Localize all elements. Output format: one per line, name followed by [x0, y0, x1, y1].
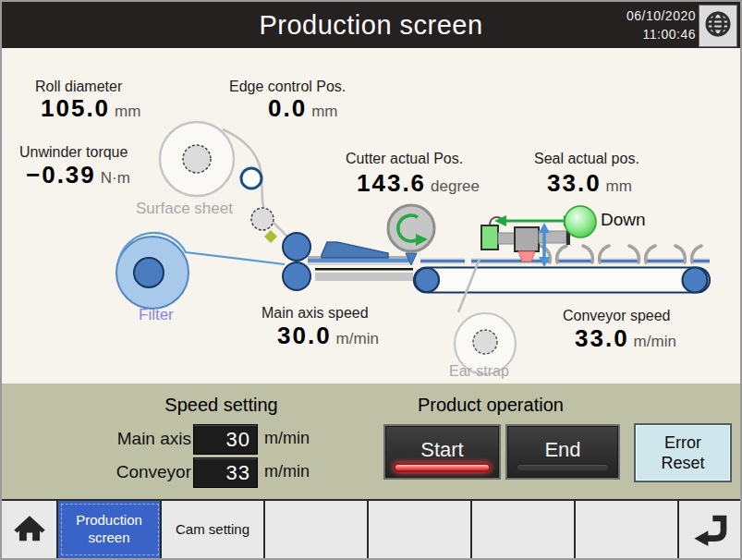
edge-control-value: 0.0 mm	[268, 94, 337, 123]
tab-empty-3	[472, 501, 576, 558]
unwinder-torque-value: −0.39 N·m	[26, 161, 130, 189]
header-bar: Production screen 06/10/2020 11:00:46	[2, 2, 740, 48]
machine-diagram-area: Roll diameter 105.0 mm Edge control Pos.…	[2, 48, 740, 383]
sheet-sensor-diamond	[264, 230, 277, 243]
tab-cam-setting[interactable]: Cam setting	[162, 501, 265, 558]
tab-production-screen[interactable]: Production screen	[58, 501, 162, 558]
ear-strap-label: Ear strap	[449, 363, 509, 380]
return-button[interactable]	[679, 501, 740, 558]
edge-control-roller	[241, 168, 262, 189]
hmi-screen: Production screen 06/10/2020 11:00:46	[0, 0, 742, 560]
roll-diameter-label: Roll diameter	[35, 79, 122, 95]
roll-diameter-value: 105.0 mm	[41, 94, 140, 123]
conveyor-speed-label: Conveyor speed	[563, 308, 671, 324]
tab-empty-4	[576, 501, 679, 558]
main-axis-speed-label: Main axis speed	[262, 305, 369, 322]
filter-roll	[116, 237, 189, 309]
speed-setting-title: Speed setting	[140, 395, 302, 416]
conveyor-speed-value: 33.0 m/min	[575, 324, 676, 353]
folder-wedge	[322, 242, 388, 258]
main-axis-setting-unit: m/min	[264, 429, 310, 448]
time-text: 11:00:46	[626, 25, 696, 43]
error-reset-button[interactable]: Error Reset	[634, 423, 732, 482]
conveyor-speed-input[interactable]: 33	[193, 457, 258, 488]
filter-label: Filter	[139, 306, 174, 324]
guide-roller	[251, 208, 274, 230]
datetime-display: 06/10/2020 11:00:46	[626, 6, 696, 44]
cutter-pos-value: 143.6 degree	[357, 169, 480, 198]
navigation-bar: Production screen Cam setting	[2, 499, 740, 558]
seal-pos-value: 33.0 mm	[547, 169, 632, 198]
product-segments	[420, 259, 710, 264]
conveyor-setting-label: Conveyor	[57, 462, 191, 482]
end-button[interactable]: End	[505, 424, 620, 480]
start-indicator-lamp	[394, 463, 491, 472]
seal-head-block	[515, 227, 539, 251]
end-indicator-lamp	[516, 463, 610, 472]
horizontal-travel-arrow-icon	[494, 215, 576, 226]
main-axis-speed-input[interactable]: 30	[193, 424, 258, 455]
edge-control-label: Edge control Pos.	[229, 79, 346, 95]
start-button[interactable]: Start	[383, 424, 501, 480]
control-panel: Speed setting Main axis 30 m/min Conveyo…	[2, 383, 740, 499]
nip-rollers	[283, 233, 310, 290]
conveyor-setting-unit: m/min	[264, 462, 310, 481]
home-button[interactable]	[2, 501, 58, 558]
cutter-pos-label: Cutter actual Pos.	[346, 151, 463, 167]
seal-state-label: Down	[601, 210, 646, 230]
globe-icon	[703, 9, 733, 43]
tab-empty-1	[265, 501, 369, 558]
date-text: 06/10/2020	[626, 6, 696, 25]
tab-empty-2	[369, 501, 472, 558]
seal-sensor-lamp	[481, 225, 498, 250]
main-axis-speed-value: 30.0 m/min	[277, 322, 379, 350]
language-button[interactable]	[699, 5, 737, 47]
product-operation-title: Product operation	[418, 395, 564, 416]
main-axis-line	[308, 256, 413, 281]
return-arrow-icon	[689, 509, 730, 551]
seal-down-lamp	[565, 206, 596, 237]
home-icon	[12, 510, 47, 550]
seal-pos-label: Seal actual pos.	[534, 151, 639, 167]
main-axis-setting-label: Main axis	[57, 429, 191, 449]
unwinder-torque-label: Unwinder torque	[19, 144, 128, 161]
unwinder-roll	[160, 122, 234, 196]
surface-sheet-label: Surface sheet	[136, 200, 233, 218]
conveyor-belt	[414, 268, 710, 293]
